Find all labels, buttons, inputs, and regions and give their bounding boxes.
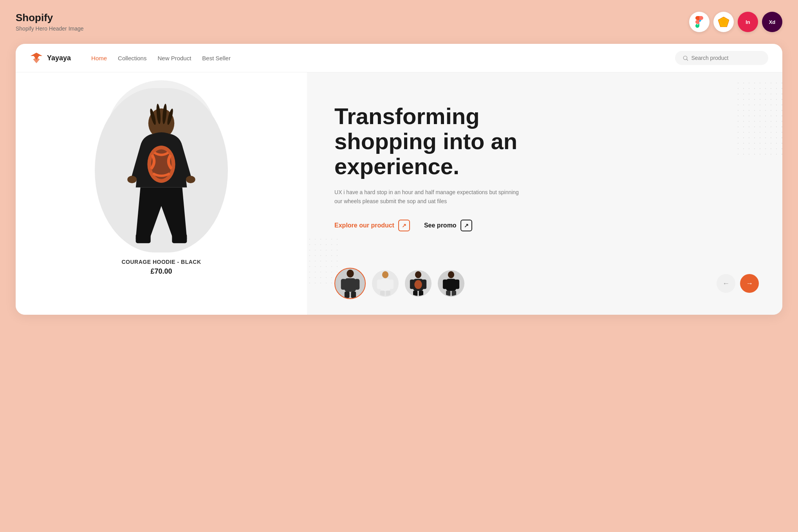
- search-bar[interactable]: [675, 51, 768, 65]
- svg-rect-31: [410, 279, 414, 289]
- svg-rect-38: [443, 279, 447, 289]
- svg-point-17: [347, 269, 354, 277]
- sketch-icon[interactable]: [713, 12, 734, 32]
- svg-rect-24: [380, 279, 390, 291]
- svg-rect-21: [344, 291, 349, 298]
- svg-rect-40: [446, 290, 450, 296]
- nav-collections[interactable]: Collections: [118, 55, 146, 61]
- thumb-nav: ← →: [717, 274, 759, 293]
- thumbnail-4[interactable]: [438, 270, 464, 297]
- left-panel: COURAGE HOODIE - BLACK £70.00: [16, 72, 307, 315]
- invision-icon[interactable]: In: [738, 12, 758, 32]
- svg-point-23: [382, 271, 388, 278]
- svg-rect-26: [389, 279, 394, 289]
- svg-rect-35: [419, 290, 423, 296]
- thumbnail-3[interactable]: [405, 270, 431, 297]
- hero-text: Transforming shopping into an experience…: [334, 104, 759, 231]
- hero-title: Transforming shopping into an experience…: [334, 104, 538, 179]
- app-info: Shopify Shopify Hero Header Image: [16, 12, 84, 32]
- see-promo-button[interactable]: See promo ↗: [424, 220, 472, 231]
- hero-subtitle: UX i have a hard stop in an hour and hal…: [334, 188, 522, 206]
- content-area: COURAGE HOODIE - BLACK £70.00 Transformi…: [16, 72, 782, 315]
- svg-rect-25: [377, 279, 381, 289]
- tool-icons: In Xd: [689, 12, 782, 32]
- thumbnail-2[interactable]: [372, 270, 399, 297]
- nav-links: Home Collections New Product Best Seller: [91, 55, 663, 61]
- product-info: COURAGE HOODIE - BLACK £70.00: [121, 259, 201, 276]
- svg-point-36: [448, 271, 454, 278]
- svg-rect-32: [422, 279, 426, 289]
- svg-rect-34: [413, 290, 417, 296]
- svg-point-14: [186, 176, 195, 183]
- product-price: £70.00: [121, 267, 201, 276]
- svg-rect-15: [136, 234, 151, 243]
- svg-rect-39: [455, 279, 459, 289]
- xd-icon[interactable]: Xd: [762, 12, 782, 32]
- product-name: COURAGE HOODIE - BLACK: [121, 259, 201, 265]
- app-title: Shopify: [16, 12, 84, 24]
- explore-label: Explore our product: [334, 222, 394, 229]
- svg-rect-27: [380, 290, 385, 296]
- svg-rect-16: [172, 234, 187, 243]
- svg-rect-37: [446, 279, 456, 291]
- logo-text: Yayaya: [47, 54, 71, 62]
- svg-point-33: [414, 280, 422, 289]
- search-icon: [683, 55, 688, 61]
- figma-icon[interactable]: [689, 12, 710, 32]
- nav-best-seller[interactable]: Best Seller: [202, 55, 231, 61]
- dots-decoration-top: [735, 80, 782, 159]
- dots-decoration-bottom: [307, 236, 338, 283]
- svg-point-29: [415, 271, 421, 278]
- top-bar: Shopify Shopify Hero Header Image In Xd: [16, 12, 782, 32]
- thumbnail-1[interactable]: [334, 268, 366, 299]
- svg-rect-20: [354, 279, 359, 290]
- navbar: Yayaya Home Collections New Product Best…: [16, 44, 782, 72]
- right-panel: Transforming shopping into an experience…: [307, 72, 782, 315]
- prev-button[interactable]: ←: [717, 274, 735, 293]
- promo-arrow-icon: ↗: [460, 220, 472, 231]
- search-input[interactable]: [691, 55, 760, 61]
- nav-new-product[interactable]: New Product: [157, 55, 191, 61]
- svg-rect-19: [341, 279, 346, 290]
- svg-line-5: [686, 59, 688, 60]
- app-subtitle: Shopify Hero Header Image: [16, 25, 84, 32]
- svg-rect-28: [386, 290, 390, 296]
- cta-buttons: Explore our product ↗ See promo ↗: [334, 220, 759, 231]
- logo[interactable]: Yayaya: [30, 51, 71, 65]
- promo-label: See promo: [424, 222, 457, 229]
- nav-home[interactable]: Home: [91, 55, 107, 61]
- svg-marker-3: [33, 57, 40, 63]
- explore-product-button[interactable]: Explore our product ↗: [334, 220, 410, 231]
- svg-rect-22: [351, 291, 356, 298]
- main-card: Yayaya Home Collections New Product Best…: [16, 44, 782, 315]
- product-oval: [95, 88, 228, 252]
- svg-point-13: [127, 176, 137, 183]
- svg-rect-41: [452, 290, 456, 296]
- svg-rect-18: [344, 278, 356, 292]
- thumbnails-row: ← →: [334, 268, 759, 299]
- explore-arrow-icon: ↗: [398, 220, 410, 231]
- next-button[interactable]: →: [740, 274, 759, 293]
